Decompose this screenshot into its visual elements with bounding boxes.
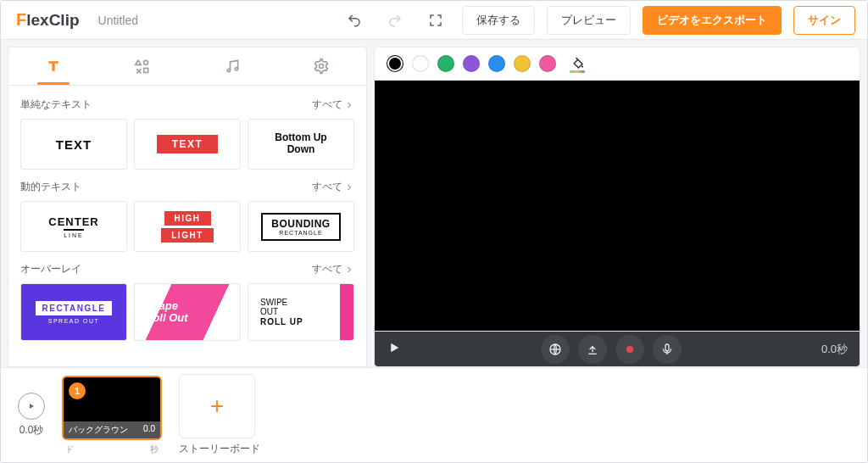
logo[interactable]: FlexClip	[16, 10, 80, 30]
color-swatch[interactable]	[412, 55, 429, 72]
chevron-right-icon	[344, 100, 354, 110]
upload-button[interactable]	[578, 335, 607, 364]
overlay-preset-shape-rollout[interactable]: ShapeRoll Out	[134, 283, 241, 341]
svg-point-7	[320, 64, 324, 69]
section-overlay-title: オーバーレイ	[20, 262, 81, 276]
logo-initial: F	[16, 10, 26, 30]
svg-rect-11	[665, 344, 669, 351]
simple-grid: TEXT TEXT Bottom Up Down	[20, 119, 354, 170]
overlay-grid: RECTANGLESPREAD OUT ShapeRoll Out SWIPEO…	[20, 283, 354, 341]
color-swatch[interactable]	[463, 55, 480, 72]
play-icon	[387, 340, 402, 355]
svg-marker-0	[136, 60, 142, 64]
text-preset-high-light[interactable]: HIGHLIGHT	[134, 201, 241, 252]
section-dynamic-header: 動的テキスト すべて	[20, 180, 354, 194]
clip-index-badge: 1	[69, 382, 86, 399]
color-bar	[374, 47, 860, 81]
svg-point-1	[144, 60, 148, 64]
player-time: 0.0秒	[821, 342, 848, 357]
globe-icon	[548, 343, 562, 356]
left-panel: 単純なテキスト すべて TEXT TEXT Bottom Up Down 動的テ…	[8, 47, 367, 367]
text-preset-center-line[interactable]: CENTERLINE	[20, 201, 127, 252]
right-panel: 0.0秒	[374, 47, 860, 367]
preview-button[interactable]: プレビュー	[547, 6, 631, 35]
tab-music[interactable]	[187, 47, 277, 85]
mic-icon	[660, 343, 674, 356]
play-button[interactable]	[387, 340, 402, 359]
music-icon	[224, 58, 241, 75]
section-dynamic-all[interactable]: すべて	[312, 180, 354, 194]
video-stage[interactable]	[374, 81, 860, 332]
undo-button[interactable]	[340, 6, 369, 35]
gear-icon	[313, 58, 330, 75]
timeline-play-col: 0.0秒	[18, 393, 45, 438]
timeline-clip[interactable]: 1 バックグラウン 0.0	[62, 376, 162, 440]
svg-point-8	[581, 65, 583, 67]
color-swatch[interactable]	[488, 55, 505, 72]
chevron-right-icon	[344, 182, 354, 192]
clip-sub-caption: ド 秒	[62, 443, 162, 455]
dynamic-grid: CENTERLINE HIGHLIGHT BOUNDINGRECTANGLE	[20, 201, 354, 252]
paint-bucket-button[interactable]	[570, 54, 588, 73]
main: 単純なテキスト すべて TEXT TEXT Bottom Up Down 動的テ…	[1, 40, 867, 367]
color-swatch[interactable]	[387, 55, 403, 72]
timeline: 0.0秒 1 バックグラウン 0.0 ド 秒 + ストーリーボード	[1, 367, 867, 462]
timeline-play-button[interactable]	[18, 393, 45, 420]
paint-bucket-icon	[570, 55, 585, 70]
timeline-duration: 0.0秒	[19, 423, 44, 438]
redo-icon	[387, 13, 403, 28]
expand-icon	[428, 13, 443, 28]
timeline-clip-col: 1 バックグラウン 0.0 ド 秒	[62, 376, 162, 455]
color-swatch[interactable]	[437, 55, 454, 72]
svg-point-6	[235, 68, 237, 70]
record-button[interactable]	[615, 335, 644, 364]
fullscreen-button[interactable]	[421, 6, 450, 35]
chevron-right-icon	[344, 265, 354, 275]
clip-caption: バックグラウン 0.0	[64, 421, 160, 438]
color-swatch[interactable]	[514, 55, 531, 72]
text-preset-bottom-up-down[interactable]: Bottom Up Down	[248, 119, 354, 170]
section-overlay-all[interactable]: すべて	[312, 262, 354, 276]
app-root: FlexClip Untitled 保存する プレビュー ビデオをエクスポート …	[0, 0, 868, 463]
left-tabs	[8, 47, 367, 86]
section-dynamic-title: 動的テキスト	[20, 180, 81, 194]
upload-icon	[586, 343, 599, 356]
text-preset-redbox[interactable]: TEXT	[134, 119, 241, 170]
tab-text[interactable]	[8, 47, 98, 85]
overlay-preset-rectangle[interactable]: RECTANGLESPREAD OUT	[20, 283, 127, 341]
tab-settings[interactable]	[277, 47, 367, 85]
mic-button[interactable]	[653, 335, 682, 364]
tab-elements[interactable]	[98, 47, 188, 85]
undo-icon	[347, 13, 362, 28]
text-preset-bounding[interactable]: BOUNDINGRECTANGLE	[248, 201, 354, 252]
swipe-accent-bar	[340, 284, 353, 340]
logo-rest: lexClip	[26, 11, 79, 30]
shapes-icon	[134, 58, 151, 75]
redo-button[interactable]	[381, 6, 409, 35]
record-icon	[623, 343, 637, 356]
section-simple-all[interactable]: すべて	[312, 98, 354, 112]
svg-point-5	[227, 69, 230, 71]
color-swatch[interactable]	[539, 55, 556, 72]
plus-icon: +	[210, 393, 224, 420]
add-storyboard-label: ストーリーボード	[179, 442, 260, 456]
text-preset-plain[interactable]: TEXT	[20, 119, 127, 170]
section-overlay-header: オーバーレイ すべて	[20, 262, 354, 276]
add-storyboard-button[interactable]: +	[179, 374, 255, 438]
project-title[interactable]: Untitled	[98, 14, 138, 27]
svg-rect-4	[144, 69, 148, 73]
timeline-add-col: + ストーリーボード	[179, 374, 260, 456]
save-button[interactable]: 保存する	[462, 6, 535, 35]
section-simple-title: 単純なテキスト	[20, 98, 92, 112]
text-icon	[45, 58, 62, 75]
export-button[interactable]: ビデオをエクスポート	[643, 6, 782, 35]
header: FlexClip Untitled 保存する プレビュー ビデオをエクスポート …	[1, 1, 867, 40]
section-simple-header: 単純なテキスト すべて	[20, 98, 354, 112]
player-bar: 0.0秒	[374, 332, 860, 367]
web-button[interactable]	[541, 335, 570, 364]
svg-point-10	[627, 346, 633, 352]
play-icon	[26, 401, 36, 411]
left-content: 単純なテキスト すべて TEXT TEXT Bottom Up Down 動的テ…	[8, 86, 367, 367]
sign-button[interactable]: サイン	[793, 6, 855, 35]
overlay-preset-swipe-rollup[interactable]: SWIPEOUTROLL UP	[248, 283, 354, 341]
